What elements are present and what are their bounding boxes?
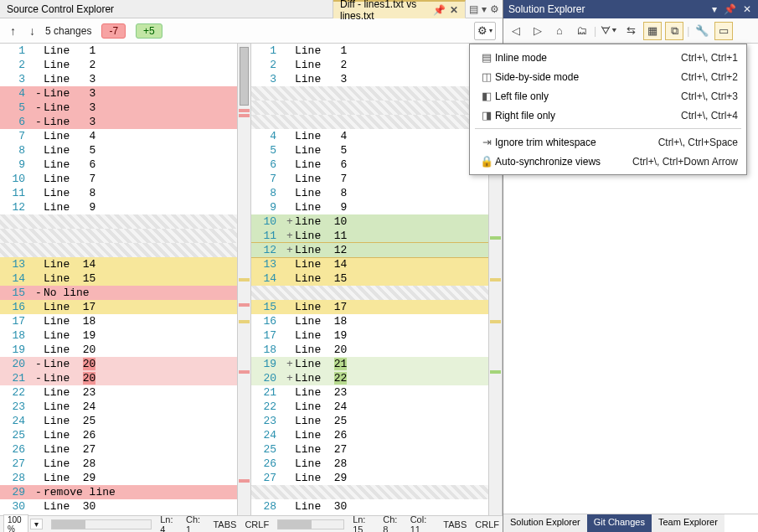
code-line[interactable]: 25Line 27 [251, 442, 502, 457]
properties-button[interactable]: 🔧 [693, 22, 711, 40]
collapse-all-button[interactable]: ⧉ [665, 22, 683, 40]
preview-icon[interactable]: ▤ [469, 3, 478, 15]
code-line[interactable]: 9Line 9 [251, 200, 502, 214]
bottom-tab-team[interactable]: Team Explorer [652, 514, 724, 532]
code-line[interactable]: 17Line 18 [0, 314, 250, 328]
code-line[interactable]: 24Line 25 [0, 414, 250, 428]
code-line[interactable] [0, 214, 250, 229]
code-line[interactable]: 10+line 10 [251, 214, 502, 229]
right-hscroll[interactable] [277, 519, 344, 529]
pin-icon[interactable]: 📌 [433, 4, 446, 16]
code-line[interactable]: 1Line 1 [251, 44, 502, 58]
code-line[interactable]: 8Line 8 [251, 186, 502, 200]
code-line[interactable]: 19+Line 21 [251, 357, 502, 371]
dropdown-icon[interactable]: ▾ [482, 3, 487, 15]
code-line[interactable]: 28Line 29 [0, 471, 250, 485]
code-line[interactable]: 1Line 1 [0, 44, 250, 58]
code-line[interactable] [251, 286, 502, 300]
code-line[interactable]: 11Line 8 [0, 186, 250, 200]
show-all-files-button[interactable]: ▦ [643, 22, 662, 40]
code-line[interactable]: 24Line 26 [251, 428, 502, 442]
close-icon[interactable]: ✕ [450, 4, 458, 16]
code-line[interactable]: 13Line 14 [251, 257, 502, 271]
code-line[interactable] [251, 101, 502, 115]
code-line[interactable]: 5-Line 3 [0, 101, 250, 115]
code-line[interactable]: 30Line 30 [0, 499, 250, 514]
code-line[interactable]: 20-Line 20 [0, 357, 250, 371]
left-scrollbar[interactable] [237, 44, 250, 515]
code-line[interactable]: 23Line 24 [0, 400, 250, 414]
code-line[interactable]: 9Line 6 [0, 158, 250, 172]
code-line[interactable]: 23Line 25 [251, 414, 502, 428]
code-line[interactable]: 4-Line 3 [0, 86, 250, 101]
code-line[interactable]: 2Line 2 [0, 58, 250, 72]
forward-button[interactable]: ▷ [529, 22, 547, 40]
sync-button[interactable]: ⇆ [621, 22, 640, 40]
code-line[interactable]: 29-remove line [0, 485, 250, 499]
home-button[interactable]: ⌂ [550, 22, 569, 40]
code-line[interactable]: 21-Line 20 [0, 371, 250, 385]
menu-auto-sync[interactable]: 🔒 Auto-synchronize views Ctrl+\, Ctrl+Do… [470, 152, 746, 171]
code-line[interactable]: 10Line 7 [0, 172, 250, 186]
bottom-tab-git[interactable]: Git Changes [587, 514, 652, 532]
code-line[interactable]: 18Line 19 [0, 328, 250, 343]
menu-side-by-side[interactable]: ◫ Side-by-side mode Ctrl+\, Ctrl+2 [470, 67, 746, 86]
code-line[interactable]: 25Line 26 [0, 428, 250, 442]
code-line[interactable]: 15Line 17 [251, 300, 502, 314]
close-icon[interactable]: ✕ [741, 3, 753, 15]
pin-icon[interactable]: 📌 [722, 3, 738, 15]
code-line[interactable]: 3Line 3 [0, 72, 250, 86]
code-line[interactable]: 18Line 20 [251, 343, 502, 357]
preview-button[interactable]: ▭ [714, 22, 733, 40]
tab-diff[interactable]: Diff - lines1.txt vs lines.txt 📌 ✕ [333, 0, 466, 18]
next-change-button[interactable]: ↓ [26, 23, 39, 39]
code-line[interactable]: 2Line 2 [251, 58, 502, 72]
code-line[interactable]: 16Line 18 [251, 314, 502, 328]
code-line[interactable]: 12Line 9 [0, 200, 250, 214]
code-line[interactable]: 26Line 28 [251, 457, 502, 471]
back-button[interactable]: ◁ [507, 22, 525, 40]
filter-button[interactable]: ᗊ▾ [600, 22, 618, 40]
code-line[interactable]: 27Line 28 [0, 457, 250, 471]
code-line[interactable]: 19Line 20 [0, 343, 250, 357]
code-line[interactable]: 22Line 24 [251, 400, 502, 414]
left-hscroll[interactable]: ◂ [51, 519, 152, 529]
code-line[interactable]: 6Line 6 [251, 158, 502, 172]
code-line[interactable] [0, 229, 250, 243]
code-line[interactable]: 22Line 23 [0, 385, 250, 400]
code-line[interactable]: 11+Line 11 [251, 229, 502, 243]
code-line[interactable]: 21Line 23 [251, 385, 502, 400]
menu-left-only[interactable]: ◧ Left file only Ctrl+\, Ctrl+3 [470, 86, 746, 106]
code-line[interactable]: 26Line 27 [0, 442, 250, 457]
code-line[interactable]: 14Line 15 [251, 271, 502, 286]
code-line[interactable] [0, 243, 250, 257]
code-line[interactable] [251, 86, 502, 101]
code-line[interactable]: 6-Line 3 [0, 115, 250, 129]
menu-inline-mode[interactable]: ▤ Inline mode Ctrl+\, Ctrl+1 [470, 48, 746, 67]
code-line[interactable]: 27Line 29 [251, 471, 502, 485]
code-line[interactable]: 4Line 4 [251, 129, 502, 143]
code-line[interactable]: 16Line 17 [0, 300, 250, 314]
code-line[interactable]: 17Line 19 [251, 328, 502, 343]
code-line[interactable]: 7Line 4 [0, 129, 250, 143]
tab-source-control[interactable]: Source Control Explorer [0, 0, 333, 18]
code-line[interactable]: 3Line 3 [251, 72, 502, 86]
code-line[interactable]: 20+Line 22 [251, 371, 502, 385]
code-line[interactable]: 8Line 5 [0, 143, 250, 158]
switch-views-button[interactable]: 🗂 [572, 22, 590, 40]
menu-ignore-whitespace[interactable]: ⇥ Ignore trim whitespace Ctrl+\, Ctrl+Sp… [470, 132, 746, 152]
code-line[interactable]: 5Line 5 [251, 143, 502, 158]
diff-options-button[interactable]: ⚙ [474, 22, 496, 40]
menu-right-only[interactable]: ◨ Right file only Ctrl+\, Ctrl+4 [470, 106, 746, 125]
code-line[interactable]: 14Line 15 [0, 271, 250, 286]
code-line[interactable]: 12+Line 12 [251, 243, 502, 257]
code-line[interactable]: 28Line 30 [251, 499, 502, 514]
code-line[interactable]: 13Line 14 [0, 257, 250, 271]
dropdown-icon[interactable]: ▾ [710, 3, 719, 15]
code-line[interactable] [251, 115, 502, 129]
bottom-tab-solution[interactable]: Solution Explorer [503, 514, 587, 532]
code-line[interactable]: 15-No line [0, 286, 250, 300]
code-line[interactable]: 7Line 7 [251, 172, 502, 186]
code-line[interactable] [251, 485, 502, 499]
zoom-control[interactable]: 100 %▾ [3, 514, 43, 533]
